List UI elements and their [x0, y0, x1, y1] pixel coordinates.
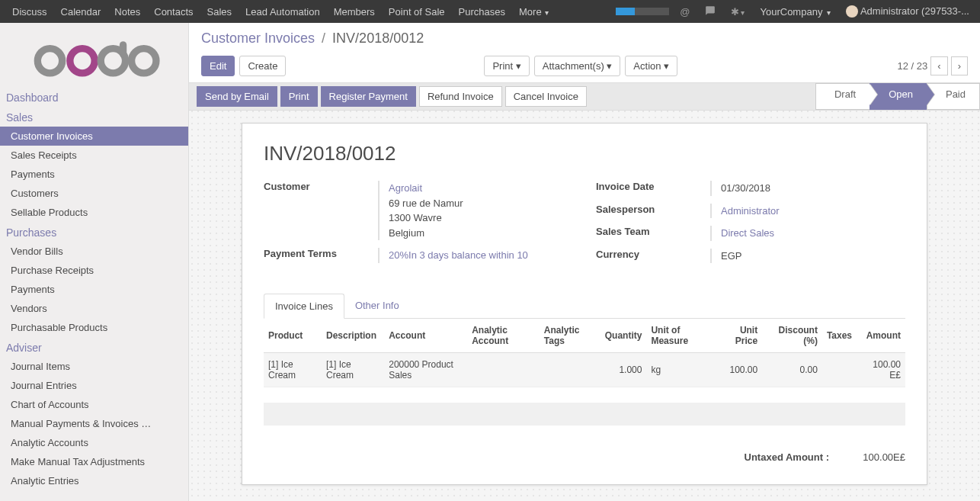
- sales-team-link[interactable]: Direct Sales: [721, 227, 774, 239]
- sidebar-item-purchasable-products[interactable]: Purchasable Products: [0, 318, 188, 337]
- form-sheet: INV/2018/0012 Customer Agrolait 69 rue d…: [242, 123, 927, 485]
- sidebar-item-sales-receipts[interactable]: Sales Receipts: [0, 146, 188, 165]
- company-switcher[interactable]: YourCompany ▾: [755, 6, 835, 18]
- svg-point-0: [37, 49, 62, 73]
- col-amount: Amount: [857, 319, 905, 353]
- cell-discount: 0.00: [762, 353, 822, 387]
- print-dropdown[interactable]: Print ▾: [484, 56, 529, 76]
- tab-invoice-lines[interactable]: Invoice Lines: [264, 294, 344, 319]
- sidebar-item-sellable-products[interactable]: Sellable Products: [0, 203, 188, 222]
- sidebar-item-analytic-accounts[interactable]: Analytic Accounts: [0, 433, 188, 452]
- cell-description: [1] Ice Cream: [322, 353, 384, 387]
- sidebar-item-vendor-bills[interactable]: Vendor Bills: [0, 242, 188, 261]
- chat-icon[interactable]: [700, 5, 720, 18]
- customer-addr2: 1300 Wavre: [389, 212, 442, 223]
- cell-taxes: [822, 353, 857, 387]
- nav-members[interactable]: Members: [328, 2, 381, 22]
- cell-account: 200000 Product Sales: [384, 353, 467, 387]
- nav-lead-automation[interactable]: Lead Automation: [239, 2, 326, 22]
- breadcrumb-current: INV/2018/0012: [332, 31, 424, 46]
- create-button[interactable]: Create: [239, 56, 286, 76]
- sidebar-item-payments[interactable]: Payments: [0, 280, 188, 299]
- sidebar-item-customer-invoices[interactable]: Customer Invoices: [0, 127, 188, 146]
- nav-contacts[interactable]: Contacts: [148, 2, 199, 22]
- user-menu[interactable]: Administrator (297533-...: [841, 5, 974, 18]
- payment-terms-label: Payment Terms: [264, 248, 378, 259]
- invoice-date: 01/30/2018: [710, 181, 905, 196]
- invoice-date-label: Invoice Date: [596, 181, 710, 192]
- col-account: Account: [384, 319, 467, 353]
- untaxed-label: Untaxed Amount :: [715, 451, 829, 463]
- customer-addr1: 69 rue de Namur: [389, 198, 463, 209]
- customer-country: Belgium: [389, 227, 424, 239]
- nav-notes[interactable]: Notes: [108, 2, 146, 22]
- sidebar-item-manual-payments-invoices-[interactable]: Manual Payments & Invoices …: [0, 414, 188, 433]
- spacer: [264, 403, 905, 426]
- nav-more[interactable]: More ▾: [513, 2, 555, 22]
- payment-terms-link[interactable]: 20%In 3 days balance within 10: [389, 249, 528, 261]
- cell-analytic_tags: [540, 353, 600, 387]
- currency-label: Currency: [596, 249, 710, 260]
- sales-team-label: Sales Team: [596, 226, 710, 237]
- col-analytic-tags: Analytic Tags: [540, 319, 600, 353]
- bug-icon[interactable]: ✱▾: [726, 6, 749, 18]
- invoice-title: INV/2018/0012: [264, 142, 905, 165]
- edit-button[interactable]: Edit: [201, 56, 235, 76]
- sidebar-item-chart-of-accounts[interactable]: Chart of Accounts: [0, 395, 188, 414]
- tab-other-info[interactable]: Other Info: [344, 294, 410, 318]
- print-button[interactable]: Print: [280, 86, 318, 107]
- breadcrumb-parent[interactable]: Customer Invoices: [201, 31, 315, 46]
- svg-rect-4: [120, 41, 127, 57]
- logo: [0, 23, 188, 87]
- cancel-invoice-button[interactable]: Cancel Invoice: [505, 86, 587, 107]
- cell-amount: 100.00 E£: [857, 353, 905, 387]
- pager-prev[interactable]: ‹: [930, 56, 947, 75]
- nav-sales[interactable]: Sales: [201, 2, 239, 22]
- sidebar-item-make-manual-tax-adjustments[interactable]: Make Manual Tax Adjustments: [0, 452, 188, 471]
- sidebar-item-analytic-entries[interactable]: Analytic Entries: [0, 471, 188, 490]
- send-email-button[interactable]: Send by Email: [197, 86, 277, 107]
- sidebar-item-customers[interactable]: Customers: [0, 184, 188, 203]
- attachments-dropdown[interactable]: Attachment(s) ▾: [534, 56, 621, 76]
- col-discount: Discount (%): [762, 319, 822, 353]
- col-analytic-account: Analytic Account: [467, 319, 540, 353]
- sidebar-item-journal-items[interactable]: Journal Items: [0, 357, 188, 376]
- sidebar-item-purchase-receipts[interactable]: Purchase Receipts: [0, 261, 188, 280]
- sidebar-item-vendors[interactable]: Vendors: [0, 299, 188, 318]
- section-adviser[interactable]: Adviser: [0, 337, 188, 357]
- at-icon[interactable]: @: [675, 6, 694, 18]
- table-row[interactable]: [1] Ice Cream[1] Ice Cream200000 Product…: [264, 353, 905, 387]
- section-dashboard[interactable]: Dashboard: [0, 87, 188, 107]
- cell-analytic_account: [467, 353, 540, 387]
- salesperson-link[interactable]: Administrator: [721, 205, 780, 217]
- sidebar-item-payments[interactable]: Payments: [0, 165, 188, 184]
- progress-bar: [616, 8, 669, 15]
- pager-text: 12 / 23: [898, 60, 928, 72]
- currency-value: EGP: [710, 249, 905, 264]
- action-dropdown[interactable]: Action ▾: [625, 56, 677, 76]
- refund-invoice-button[interactable]: Refund Invoice: [419, 86, 502, 107]
- stage-open[interactable]: Open: [870, 83, 927, 110]
- col-taxes: Taxes: [822, 319, 857, 353]
- customer-label: Customer: [264, 181, 378, 192]
- nav-discuss[interactable]: Discuss: [6, 2, 53, 22]
- cell-uom: kg: [646, 353, 715, 387]
- sidebar-item-journal-entries[interactable]: Journal Entries: [0, 376, 188, 395]
- col-description: Description: [322, 319, 384, 353]
- section-sales[interactable]: Sales: [0, 107, 188, 127]
- col-uom: Unit of Measure: [646, 319, 715, 353]
- section-purchases[interactable]: Purchases: [0, 222, 188, 242]
- top-navbar: DiscussCalendarNotesContactsSalesLead Au…: [0, 0, 980, 23]
- nav-calendar[interactable]: Calendar: [55, 2, 107, 22]
- stage-draft[interactable]: Draft: [815, 83, 870, 110]
- customer-link[interactable]: Agrolait: [389, 182, 422, 194]
- pager-next[interactable]: ›: [951, 56, 968, 75]
- nav-point-of-sale[interactable]: Point of Sale: [383, 2, 451, 22]
- svg-point-1: [132, 49, 156, 73]
- col-quantity: Quantity: [600, 319, 647, 353]
- cell-unit_price: 100.00: [715, 353, 762, 387]
- invoice-lines-table: Product Description Account Analytic Acc…: [264, 319, 905, 387]
- svg-point-2: [70, 49, 94, 73]
- register-payment-button[interactable]: Register Payment: [321, 86, 416, 107]
- nav-purchases[interactable]: Purchases: [453, 2, 511, 22]
